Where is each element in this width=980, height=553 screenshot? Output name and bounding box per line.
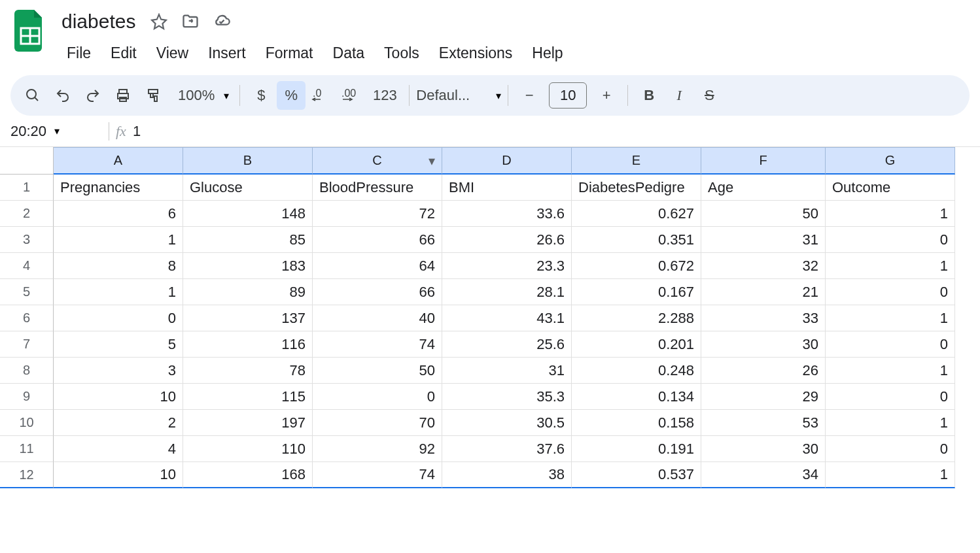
col-header-g[interactable]: G <box>826 147 955 175</box>
cell[interactable]: 74 <box>313 331 442 358</box>
print-icon[interactable] <box>109 81 137 110</box>
cell[interactable]: 1 <box>54 227 183 253</box>
menu-view[interactable]: View <box>147 41 198 66</box>
cell[interactable]: 50 <box>701 201 826 227</box>
row-header[interactable]: 10 <box>0 410 54 436</box>
menu-file[interactable]: File <box>58 41 100 66</box>
currency-button[interactable]: $ <box>247 81 275 110</box>
cell[interactable]: 183 <box>183 253 313 279</box>
cell[interactable]: 53 <box>701 410 826 436</box>
paint-format-icon[interactable] <box>139 81 167 110</box>
menu-help[interactable]: Help <box>523 41 572 66</box>
increase-font-size-button[interactable]: + <box>592 81 621 110</box>
row-header[interactable]: 7 <box>0 331 54 358</box>
cell[interactable]: 43.1 <box>442 305 572 331</box>
cell[interactable]: 30.5 <box>442 410 572 436</box>
cell[interactable]: BMI <box>442 175 572 201</box>
cell[interactable]: 21 <box>701 279 826 305</box>
cell[interactable]: 0 <box>826 436 955 462</box>
font-size-input[interactable] <box>549 82 587 109</box>
cell[interactable]: 70 <box>313 410 442 436</box>
cell[interactable]: 116 <box>183 331 313 358</box>
row-header[interactable]: 11 <box>0 436 54 462</box>
cell[interactable]: 1 <box>54 279 183 305</box>
bold-button[interactable]: B <box>635 81 663 110</box>
cell[interactable]: 38 <box>442 462 572 488</box>
col-header-d[interactable]: D <box>442 147 572 175</box>
number-format-button[interactable]: 123 <box>367 81 402 110</box>
name-box[interactable]: 20:20 ▾ <box>10 123 102 140</box>
cell[interactable]: 30 <box>701 331 826 358</box>
decrease-font-size-button[interactable]: − <box>515 81 544 110</box>
menu-format[interactable]: Format <box>256 41 323 66</box>
cell[interactable]: 78 <box>183 358 313 384</box>
cell[interactable]: 148 <box>183 201 313 227</box>
cell[interactable]: 0 <box>826 227 955 253</box>
cell[interactable]: 85 <box>183 227 313 253</box>
cell[interactable]: 32 <box>701 253 826 279</box>
cell[interactable]: 31 <box>442 358 572 384</box>
cell[interactable]: 0.167 <box>572 279 701 305</box>
cell[interactable]: 0.627 <box>572 201 701 227</box>
cell[interactable]: 0.201 <box>572 331 701 358</box>
cell[interactable]: 35.3 <box>442 384 572 410</box>
cell[interactable]: 25.6 <box>442 331 572 358</box>
cell[interactable]: 0 <box>313 384 442 410</box>
cell[interactable]: 0.191 <box>572 436 701 462</box>
cell[interactable]: Pregnancies <box>54 175 183 201</box>
cell[interactable]: 0.351 <box>572 227 701 253</box>
increase-decimal-button[interactable]: .00 <box>337 81 366 110</box>
cell[interactable]: 137 <box>183 305 313 331</box>
cell[interactable]: 110 <box>183 436 313 462</box>
cell[interactable]: 168 <box>183 462 313 488</box>
cell[interactable]: 3 <box>54 358 183 384</box>
decrease-decimal-button[interactable]: .0 <box>307 81 336 110</box>
cell[interactable]: 115 <box>183 384 313 410</box>
cell[interactable]: 0 <box>826 384 955 410</box>
row-header[interactable]: 8 <box>0 358 54 384</box>
row-header[interactable]: 3 <box>0 227 54 253</box>
cell[interactable]: 40 <box>313 305 442 331</box>
cell[interactable]: 4 <box>54 436 183 462</box>
cell[interactable]: 66 <box>313 279 442 305</box>
cell[interactable]: 1 <box>826 201 955 227</box>
cell[interactable]: 33.6 <box>442 201 572 227</box>
cell[interactable]: 23.3 <box>442 253 572 279</box>
cell[interactable]: 89 <box>183 279 313 305</box>
cell[interactable]: 26.6 <box>442 227 572 253</box>
row-header[interactable]: 2 <box>0 201 54 227</box>
cloud-status-icon[interactable] <box>213 12 231 31</box>
cell[interactable]: 10 <box>54 384 183 410</box>
cell[interactable]: BloodPressure <box>313 175 442 201</box>
cell[interactable]: 0.134 <box>572 384 701 410</box>
cell[interactable]: 1 <box>826 305 955 331</box>
cell[interactable]: 1 <box>826 462 955 488</box>
cell[interactable]: 33 <box>701 305 826 331</box>
cell[interactable]: 0 <box>826 279 955 305</box>
col-header-f[interactable]: F <box>701 147 826 175</box>
cell[interactable]: 197 <box>183 410 313 436</box>
cell[interactable]: 37.6 <box>442 436 572 462</box>
row-header[interactable]: 9 <box>0 384 54 410</box>
cell[interactable]: 30 <box>701 436 826 462</box>
menu-extensions[interactable]: Extensions <box>430 41 522 66</box>
cell[interactable]: 64 <box>313 253 442 279</box>
redo-icon[interactable] <box>79 81 107 110</box>
row-header[interactable]: 4 <box>0 253 54 279</box>
star-icon[interactable] <box>150 12 168 31</box>
cell[interactable]: 2 <box>54 410 183 436</box>
row-header[interactable]: 5 <box>0 279 54 305</box>
cell[interactable]: 5 <box>54 331 183 358</box>
cell[interactable]: 92 <box>313 436 442 462</box>
sheets-logo[interactable] <box>13 8 47 54</box>
cell[interactable]: 72 <box>313 201 442 227</box>
col-header-a[interactable]: A <box>54 147 183 175</box>
cell[interactable]: 50 <box>313 358 442 384</box>
strikethrough-button[interactable]: S <box>695 81 724 110</box>
col-header-e[interactable]: E <box>572 147 701 175</box>
font-dropdown[interactable]: Defaul... ▾ <box>416 87 501 104</box>
menu-data[interactable]: Data <box>324 41 374 66</box>
cell[interactable]: 0.537 <box>572 462 701 488</box>
cell[interactable]: 0 <box>54 305 183 331</box>
col-header-b[interactable]: B <box>183 147 313 175</box>
